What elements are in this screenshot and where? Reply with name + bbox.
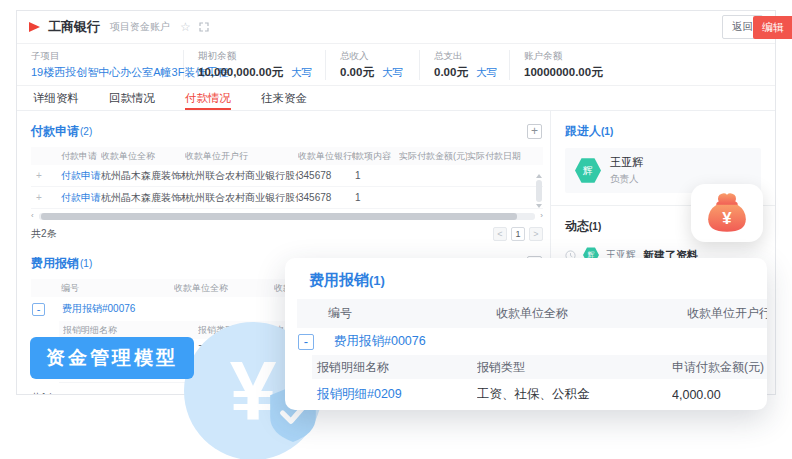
popup-section-title: 费用报销(1) <box>309 271 767 290</box>
expense-section-count: (1) <box>80 258 92 269</box>
expand-icon[interactable] <box>199 22 209 32</box>
summary-field: 期初余额 10,000,000.00元大写 <box>198 50 326 80</box>
column-header: 编号 <box>297 305 496 322</box>
column-header: 收款单位全称 <box>101 150 185 163</box>
field-label: 期初余额 <box>198 50 317 63</box>
field-value: 0.00元大写 <box>340 65 411 80</box>
daxie-link[interactable]: 大写 <box>476 66 497 78</box>
tab-collection[interactable]: 回款情况 <box>109 86 155 110</box>
scroll-thumb[interactable] <box>536 180 542 202</box>
popup-table-header: 编号 收款单位全称 收款单位开户行 <box>297 299 767 328</box>
follower-name: 王亚辉 <box>610 155 643 170</box>
page-title: 工商银行 <box>48 18 100 36</box>
expense-section-title: 费用报销 <box>31 255 79 272</box>
popup-title-count: (1) <box>369 273 385 288</box>
tab-details[interactable]: 详细资料 <box>33 86 79 110</box>
column-header: 报销类型 <box>477 359 672 376</box>
followers-count: (1) <box>601 126 613 137</box>
scroll-up-icon[interactable] <box>536 174 542 178</box>
expand-row-icon[interactable]: + <box>31 170 47 181</box>
pager-prev[interactable]: < <box>493 227 507 241</box>
table-row: 报销明细#0209 工资、社保、公积金 4,000.00 <box>312 379 767 410</box>
money-bag-icon[interactable]: ¥ <box>691 184 763 242</box>
field-value: 10,000,000.00元大写 <box>198 65 317 80</box>
horizontal-scrollbar[interactable]: ‹ › <box>31 212 543 220</box>
table-cell: 杭州晶木森鹿装饰材料有限公司 <box>101 191 185 205</box>
subproject-link[interactable]: 19楼西投创智中心办公室A幢3F装饰工程 <box>31 65 175 80</box>
favorite-star-icon[interactable]: ☆ <box>180 20 191 34</box>
summary-field: 子项目 19楼西投创智中心办公室A幢3F装饰工程 <box>31 50 184 80</box>
followers-title: 跟进人(1) <box>565 123 761 140</box>
column-header: 报销明细名称 <box>63 324 198 337</box>
activity-count: (1) <box>589 221 601 232</box>
field-value: 10000000.00元 <box>524 65 753 80</box>
table-cell: 1 <box>355 170 399 181</box>
fund-model-badge: 资金管理模型 <box>30 337 194 379</box>
expense-link[interactable]: 费用报销#00076 <box>334 333 426 350</box>
payment-total-count: 共2条 <box>31 227 57 241</box>
table-cell: 1 <box>355 192 399 203</box>
add-payment-button[interactable]: + <box>527 124 542 139</box>
scroll-left-icon[interactable]: ‹ <box>31 212 39 220</box>
scroll-thumb[interactable] <box>41 213 517 220</box>
summary-field: 总支出 0.00元大写 <box>434 50 510 80</box>
table-cell: 工资、社保、公积金 <box>477 386 672 403</box>
tab-payment[interactable]: 付款情况 <box>185 86 231 110</box>
column-header: 实际付款金额(元) <box>399 150 467 163</box>
follower-role: 负责人 <box>610 173 643 186</box>
tab-funds[interactable]: 往来资金 <box>261 86 307 110</box>
table-cell: 杭州联合农村商业银行股份有限公司半山支行 <box>185 191 298 205</box>
daxie-link[interactable]: 大写 <box>291 66 312 78</box>
field-amount: 10,000,000.00元 <box>198 66 283 78</box>
column-header: 收款单位银行帐号 <box>298 150 355 163</box>
column-header: 报销明细名称 <box>312 359 477 376</box>
expense-link[interactable]: 费用报销#00076 <box>62 302 135 316</box>
field-amount: 0.00元 <box>434 66 468 78</box>
vertical-scrollbar[interactable] <box>535 173 543 239</box>
payment-link[interactable]: 付款申请#00274 <box>47 169 101 183</box>
column-header: 收款单位全称 <box>496 305 687 322</box>
avatar: 辉 <box>575 158 601 184</box>
field-label: 总支出 <box>434 50 501 63</box>
collapse-row-icon[interactable]: - <box>298 334 314 350</box>
collapse-row-icon[interactable]: - <box>32 303 45 316</box>
title-bar: 工商银行 项目资金账户 ☆ 返回 <box>17 11 775 44</box>
table-cell: 4,000.00 <box>672 388 767 402</box>
payment-table: 付款申请 收款单位全称 收款单位开户行 收款单位银行帐号 款项内容 实际付款金额… <box>31 147 543 209</box>
column-header: 收款单位全称 <box>174 282 274 295</box>
activity-title-text: 动态 <box>565 219 589 233</box>
detail-link[interactable]: 报销明细#0209 <box>312 386 477 403</box>
payment-table-header: 付款申请 收款单位全称 收款单位开户行 收款单位银行帐号 款项内容 实际付款金额… <box>31 147 543 165</box>
field-label: 子项目 <box>31 50 175 63</box>
column-header: 收款单位开户行 <box>687 305 767 322</box>
yen-symbol: ¥ <box>722 210 732 229</box>
table-cell: 杭州晶木森鹿装饰材料有限公司 <box>101 169 185 183</box>
expand-row-icon[interactable]: + <box>31 192 47 203</box>
pager-page[interactable]: 1 <box>511 227 525 241</box>
column-header: 编号 <box>47 282 174 295</box>
field-label: 总收入 <box>340 50 411 63</box>
table-row: + 付款申请#00274 杭州晶木森鹿装饰材料有限公司 杭州联合农村商业银行股份… <box>31 165 543 187</box>
daxie-link[interactable]: 大写 <box>382 66 403 78</box>
column-header: 款项内容 <box>355 150 399 163</box>
payment-section-count: (2) <box>80 126 92 137</box>
popup-detail-header: 报销明细名称 报销类型 申请付款金额(元) <box>312 355 767 379</box>
logo-arrow-icon <box>29 22 40 32</box>
table-cell: 345678 <box>298 170 355 181</box>
tab-bar: 详细资料 回款情况 付款情况 往来资金 <box>17 86 775 111</box>
screen: 编辑 工商银行 项目资金账户 ☆ 返回 子项目 19楼西投创智中心办公室A幢3F… <box>0 0 792 459</box>
page-subtitle: 项目资金账户 <box>110 20 170 34</box>
column-header: 实际付款日期 <box>467 150 527 163</box>
summary-field: 总收入 0.00元大写 <box>340 50 420 80</box>
table-row: + 付款申请#00272 杭州晶木森鹿装饰材料有限公司 杭州联合农村商业银行股份… <box>31 187 543 209</box>
column-header: 付款申请 <box>47 150 101 163</box>
column-header: 收款单位开户行 <box>185 150 298 163</box>
table-row: - 费用报销#00076 <box>298 328 767 355</box>
scroll-down-icon[interactable] <box>536 204 542 208</box>
edit-button[interactable]: 编辑 <box>753 16 792 39</box>
summary-field: 账户余额 10000000.00元 <box>524 50 761 80</box>
field-amount: 0.00元 <box>340 66 374 78</box>
expense-zoom-callout: 费用报销(1) 编号 收款单位全称 收款单位开户行 - 费用报销#00076 报… <box>285 258 767 410</box>
payment-link[interactable]: 付款申请#00272 <box>47 191 101 205</box>
table-cell: 杭州联合农村商业银行股份有限公司半山支行 <box>185 169 298 183</box>
